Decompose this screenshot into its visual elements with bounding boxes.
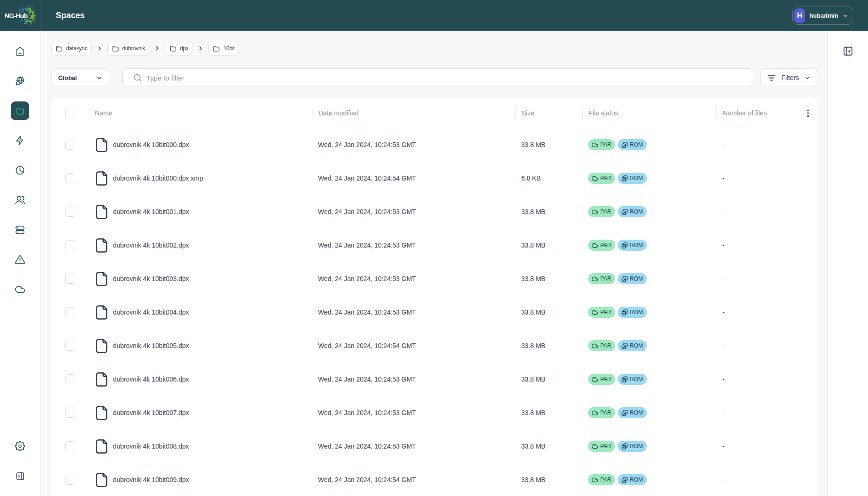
svg-text:TM: TM (29, 17, 32, 20)
svg-text:NG-Hub: NG-Hub (5, 12, 27, 20)
